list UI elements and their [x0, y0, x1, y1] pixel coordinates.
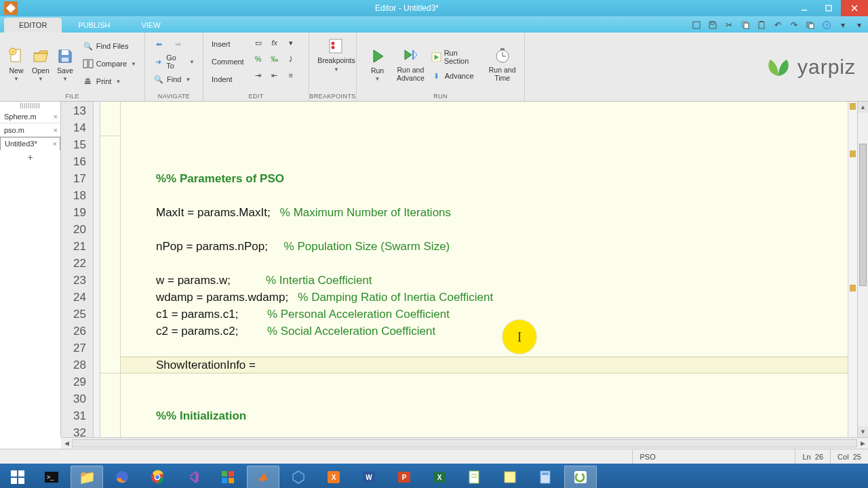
taskbar-vbox[interactable]	[282, 466, 315, 488]
qa-help-icon[interactable]: ?	[821, 19, 833, 31]
open-button[interactable]: Open▼	[30, 45, 52, 83]
tab-editor[interactable]: EDITOR	[4, 18, 62, 33]
code-area[interactable]: %% Parameters of PSOMaxIt = params.MaxIt…	[121, 102, 848, 437]
qa-undo-icon[interactable]: ↶	[772, 19, 784, 31]
taskbar-notepadpp[interactable]	[458, 466, 491, 488]
file-tab[interactable]: Untitled3*×	[0, 137, 60, 150]
advance-button[interactable]: ⬇Advance	[429, 68, 484, 83]
taskbar-word[interactable]: W	[353, 466, 385, 488]
breakpoints-button[interactable]: Breakpoints▼	[315, 35, 358, 73]
indent-right-icon[interactable]: ⇥	[251, 68, 266, 83]
horizontal-scrollbar[interactable]: ◀ ▶	[61, 437, 868, 449]
close-tab-icon[interactable]: ×	[54, 113, 58, 121]
compare-button[interactable]: Compare▼	[80, 56, 139, 71]
code-line[interactable]	[121, 340, 848, 357]
code-line[interactable]	[121, 221, 848, 238]
code-line[interactable]	[121, 373, 848, 390]
code-line[interactable]	[121, 187, 848, 204]
qa-more-icon[interactable]: ▾	[853, 19, 865, 31]
run-section-button[interactable]: Run Section	[429, 49, 484, 64]
message-strip[interactable]	[848, 102, 857, 437]
taskbar-powerpoint[interactable]: P	[388, 466, 420, 488]
code-line[interactable]	[121, 424, 848, 437]
file-tab[interactable]: pso.m×	[0, 123, 60, 137]
breakpoint-strip[interactable]	[94, 102, 100, 437]
qa-copy-icon[interactable]	[739, 19, 751, 31]
taskbar-chrome[interactable]	[141, 466, 174, 488]
code-line[interactable]: wdamp = params.wdamp; % Damping Ratio of…	[121, 289, 848, 306]
taskbar-excel[interactable]: X	[423, 466, 456, 488]
code-line[interactable]: %% Parameters of PSO	[121, 170, 848, 187]
panel-grip[interactable]	[20, 103, 40, 108]
scroll-down-icon[interactable]: ▼	[858, 426, 868, 437]
nav-fwd-button[interactable]: ➡	[170, 37, 186, 52]
taskbar-xampp[interactable]: X	[317, 466, 350, 488]
code-line[interactable]	[121, 153, 848, 170]
add-tab-button[interactable]: +	[0, 150, 60, 163]
scroll-right-icon[interactable]: ▶	[857, 440, 868, 447]
minimize-button[interactable]	[792, 0, 816, 16]
qa-dropdown-icon[interactable]: ▾	[837, 19, 849, 31]
start-button[interactable]	[3, 466, 33, 488]
vertical-scrollbar[interactable]: ▲ ▼	[857, 102, 868, 437]
taskbar-calc[interactable]	[529, 466, 561, 488]
print-button[interactable]: 🖶Print▼	[80, 74, 139, 89]
close-tab-icon[interactable]: ×	[54, 126, 58, 134]
save-button[interactable]: Save▼	[54, 45, 76, 83]
code-line[interactable]	[121, 390, 848, 407]
run-button[interactable]: Run▼	[362, 45, 393, 83]
file-tab[interactable]: Sphere.m×	[0, 110, 60, 123]
tab-publish[interactable]: PUBLISH	[63, 18, 125, 33]
scrollbar-thumb[interactable]	[859, 144, 867, 286]
taskbar-vs[interactable]	[176, 466, 209, 488]
find-files-button[interactable]: 🔍Find Files	[80, 39, 139, 54]
close-button[interactable]	[841, 0, 868, 16]
section-insert-icon[interactable]: ▭	[251, 35, 266, 50]
qa-cut-icon[interactable]: ✂	[723, 19, 735, 31]
code-line[interactable]	[121, 255, 848, 272]
wrap-comment-icon[interactable]: ⤸	[283, 52, 298, 66]
hscroll-track[interactable]	[72, 439, 857, 447]
new-button[interactable]: + New▼	[5, 45, 27, 83]
code-line[interactable]: c2 = params.c2; % Social Acceleration Co…	[121, 323, 848, 340]
close-tab-icon[interactable]: ×	[53, 140, 57, 148]
code-line[interactable]	[121, 136, 848, 153]
scroll-up-icon[interactable]: ▲	[858, 102, 868, 113]
fx-icon[interactable]: fx	[267, 35, 282, 50]
goto-button[interactable]: ➜Go To▼	[151, 54, 197, 69]
indent-button[interactable]: Indent	[209, 72, 247, 87]
uncomment-icon[interactable]: ‰	[267, 52, 282, 66]
more-insert-icon[interactable]: ▾	[283, 35, 298, 50]
taskbar-app-1[interactable]	[212, 466, 244, 488]
comment-pct-icon[interactable]: %	[251, 52, 266, 66]
taskbar-terminal[interactable]: >_	[35, 466, 68, 488]
maximize-button[interactable]	[816, 0, 841, 16]
run-advance-button[interactable]: Run and Advance	[394, 45, 427, 82]
insert-button[interactable]: Insert	[209, 37, 247, 52]
tab-view[interactable]: VIEW	[126, 18, 175, 33]
code-line[interactable]: ShowIterationInfo =	[121, 357, 848, 373]
taskbar-sticky[interactable]	[494, 466, 526, 488]
taskbar-camtasia[interactable]	[564, 466, 597, 488]
nav-back-button[interactable]: ⬅	[151, 37, 167, 52]
run-time-button[interactable]: Run and Time	[486, 45, 519, 82]
comment-button[interactable]: Comment	[209, 54, 247, 69]
code-line[interactable]: MaxIt = params.MaxIt; % Maximum Number o…	[121, 204, 848, 221]
qa-save-icon[interactable]	[707, 19, 719, 31]
code-line[interactable]: w = params.w; % Intertia Coefficient	[121, 272, 848, 289]
taskbar-matlab[interactable]	[247, 466, 279, 488]
qa-btn-1[interactable]	[690, 19, 703, 31]
taskbar-explorer[interactable]: 📁	[71, 466, 103, 488]
code-line[interactable]: nPop = params.nPop; % Population Size (S…	[121, 238, 848, 255]
qa-windows-icon[interactable]	[804, 19, 816, 31]
qa-redo-icon[interactable]: ↷	[788, 19, 800, 31]
code-line[interactable]: c1 = params.c1; % Personal Acceleration …	[121, 306, 848, 323]
code-line[interactable]: %% Initialization	[121, 407, 848, 424]
fold-strip[interactable]	[100, 102, 121, 437]
code-editor[interactable]: 1314151617181920212223242526272829303132…	[61, 102, 868, 437]
indent-left-icon[interactable]: ⇤	[267, 68, 282, 83]
taskbar-firefox[interactable]	[106, 466, 138, 488]
qa-paste-icon[interactable]	[755, 19, 768, 31]
find-button[interactable]: 🔍Find▼	[151, 72, 197, 87]
smart-indent-icon[interactable]: ≡	[283, 68, 298, 83]
